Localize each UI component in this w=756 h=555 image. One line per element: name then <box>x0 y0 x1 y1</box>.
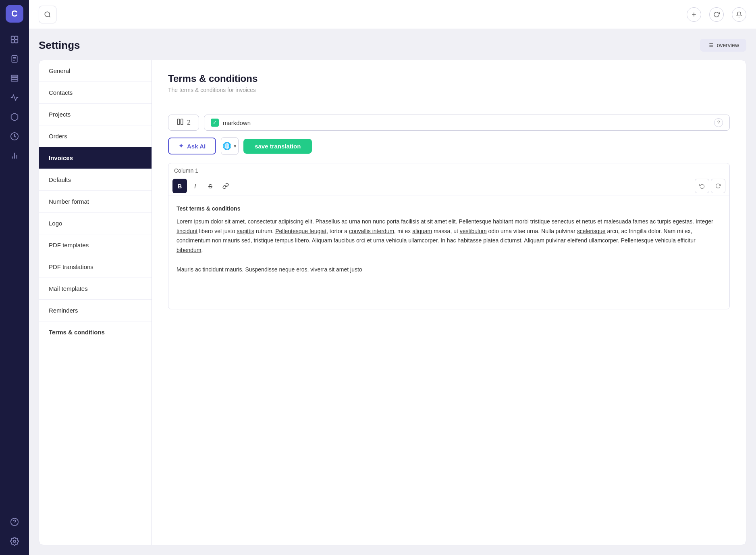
column-value: 2 <box>187 119 191 126</box>
sidebar-icon-settings[interactable] <box>6 532 23 550</box>
settings-nav: General Contacts Projects Orders Invoice… <box>39 60 152 545</box>
nav-item-defaults[interactable]: Defaults <box>39 169 152 191</box>
settings-content: Terms & conditions The terms & condition… <box>152 60 746 545</box>
svg-rect-1 <box>15 36 18 39</box>
editor-toolbar: B I S <box>168 176 729 196</box>
notifications-button[interactable] <box>732 7 746 22</box>
ask-ai-icon: ✦ <box>179 142 184 150</box>
svg-point-17 <box>13 540 16 542</box>
editor-content-body: Lorem ipsum dolor sit amet, consectetur … <box>177 217 721 275</box>
sidebar-icon-clock[interactable] <box>6 127 23 145</box>
nav-item-pdf-translations[interactable]: PDF translations <box>39 256 152 278</box>
nav-item-projects[interactable]: Projects <box>39 104 152 125</box>
editor-content[interactable]: Test terms & conditions Lorem ipsum dolo… <box>168 196 729 309</box>
nav-item-general[interactable]: General <box>39 60 152 82</box>
sidebar-icon-help[interactable] <box>6 513 23 531</box>
markdown-label: markdown <box>223 119 251 126</box>
page-title: Settings <box>39 39 80 52</box>
nav-item-pdf-templates[interactable]: PDF templates <box>39 234 152 256</box>
column-selector[interactable]: 2 <box>168 115 199 131</box>
refresh-button[interactable] <box>709 7 724 22</box>
nav-item-reminders[interactable]: Reminders <box>39 300 152 321</box>
section-title: Terms & conditions <box>168 73 730 84</box>
controls-row-2: ✦ Ask AI 🌐 ▼ save translation <box>168 137 730 155</box>
topbar <box>29 0 756 29</box>
search-button[interactable] <box>39 6 56 23</box>
nav-item-invoices[interactable]: Invoices <box>39 147 152 169</box>
save-translation-button[interactable]: save translation <box>243 139 312 154</box>
svg-line-19 <box>49 16 50 17</box>
link-button[interactable] <box>218 179 233 193</box>
undo-button[interactable] <box>695 179 709 193</box>
svg-rect-28 <box>177 119 179 125</box>
italic-button[interactable]: I <box>188 179 202 193</box>
ask-ai-button[interactable]: ✦ Ask AI <box>168 138 216 154</box>
svg-rect-10 <box>11 80 18 81</box>
sidebar-icon-box[interactable] <box>6 108 23 126</box>
section-header: Terms & conditions The terms & condition… <box>152 60 746 103</box>
sidebar: C <box>0 0 29 555</box>
main-container: Settings overview General Contacts Proje… <box>29 0 756 555</box>
svg-rect-9 <box>11 77 18 79</box>
columns-icon <box>177 118 184 127</box>
svg-rect-29 <box>181 119 183 125</box>
globe-icon: 🌐 <box>222 142 231 150</box>
svg-point-18 <box>45 12 50 17</box>
sidebar-icon-chart[interactable] <box>6 89 23 106</box>
settings-wrapper: Settings overview General Contacts Proje… <box>39 39 746 545</box>
editor-area: 2 ✓ markdown ? ✦ Ask <box>152 103 746 321</box>
svg-rect-3 <box>15 40 18 43</box>
svg-rect-0 <box>11 36 14 39</box>
help-button[interactable]: ? <box>714 118 723 127</box>
markdown-checkbox[interactable]: ✓ <box>211 119 219 127</box>
sidebar-icon-invoice[interactable] <box>6 50 23 68</box>
bold-button[interactable]: B <box>172 179 187 193</box>
nav-item-terms[interactable]: Terms & conditions <box>39 321 152 343</box>
markdown-toggle[interactable]: ✓ markdown ? <box>204 115 730 131</box>
svg-rect-8 <box>11 75 18 77</box>
redo-button[interactable] <box>711 179 725 193</box>
nav-item-orders[interactable]: Orders <box>39 125 152 147</box>
controls-row-1: 2 ✓ markdown ? <box>168 115 730 131</box>
globe-button[interactable]: 🌐 ▼ <box>221 137 239 155</box>
add-button[interactable] <box>687 7 701 22</box>
column-label: Column 1 <box>168 163 729 176</box>
editor-box: Column 1 B I S <box>168 163 730 309</box>
editor-content-title: Test terms & conditions <box>177 204 721 214</box>
globe-dropdown-icon: ▼ <box>233 144 237 148</box>
nav-item-logo[interactable]: Logo <box>39 213 152 234</box>
strikethrough-button[interactable]: S <box>203 179 218 193</box>
sidebar-icon-documents[interactable] <box>6 31 23 48</box>
settings-header: Settings overview <box>39 39 746 52</box>
app-logo[interactable]: C <box>6 5 23 23</box>
topbar-right <box>687 7 746 22</box>
section-subtitle: The terms & conditions for invoices <box>168 87 730 93</box>
settings-body: General Contacts Projects Orders Invoice… <box>39 60 746 545</box>
content-area: Settings overview General Contacts Proje… <box>29 29 756 555</box>
nav-item-mail-templates[interactable]: Mail templates <box>39 278 152 300</box>
nav-item-number-format[interactable]: Number format <box>39 191 152 213</box>
nav-item-contacts[interactable]: Contacts <box>39 82 152 104</box>
overview-button[interactable]: overview <box>700 39 746 52</box>
undo-redo-group <box>695 179 725 193</box>
svg-rect-2 <box>11 40 14 43</box>
sidebar-icon-list[interactable] <box>6 69 23 87</box>
sidebar-icon-reports[interactable] <box>6 147 23 165</box>
ask-ai-label: Ask AI <box>187 143 206 150</box>
